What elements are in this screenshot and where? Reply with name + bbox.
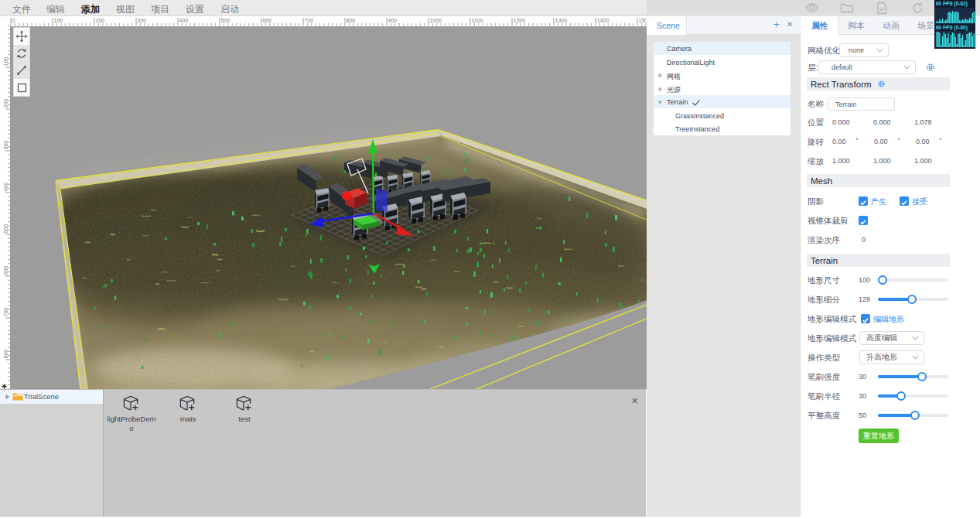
svg-text:300: 300	[3, 141, 9, 150]
svg-text:700: 700	[3, 308, 9, 317]
svg-text:100: 100	[3, 57, 9, 67]
svg-text:500: 500	[3, 224, 9, 234]
svg-text:600: 600	[3, 266, 9, 275]
svg-text:200: 200	[3, 99, 9, 108]
svg-text:400: 400	[3, 183, 9, 192]
svg-text:800: 800	[3, 350, 9, 359]
